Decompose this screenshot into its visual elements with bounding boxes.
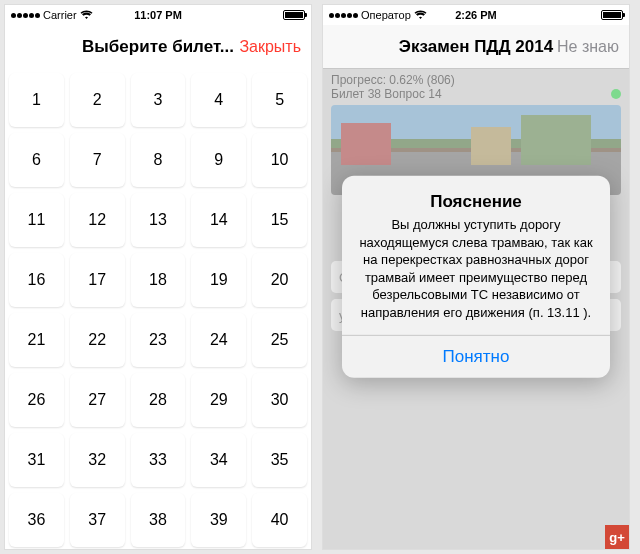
wifi-icon	[80, 10, 93, 20]
ticket-button[interactable]: 23	[131, 313, 186, 367]
ticket-button[interactable]: 13	[131, 193, 186, 247]
ticket-button[interactable]: 25	[252, 313, 307, 367]
ticket-button[interactable]: 1	[9, 73, 64, 127]
ticket-button[interactable]: 15	[252, 193, 307, 247]
status-bar: Carrier 11:07 PM	[5, 5, 311, 25]
ticket-button[interactable]: 10	[252, 133, 307, 187]
ticket-button[interactable]: 21	[9, 313, 64, 367]
battery-icon	[601, 10, 623, 20]
ticket-button[interactable]: 7	[70, 133, 125, 187]
skip-button[interactable]: Не знаю	[557, 38, 619, 56]
alert-ok-button[interactable]: Понятно	[342, 335, 610, 378]
phone-left-screen: Carrier 11:07 PM Выберите билет... Закры…	[4, 4, 312, 550]
ticket-button[interactable]: 38	[131, 493, 186, 547]
explanation-alert: Пояснение Вы должны уступить дорогу нахо…	[342, 176, 610, 378]
ticket-button[interactable]: 14	[191, 193, 246, 247]
ticket-button[interactable]: 28	[131, 373, 186, 427]
alert-title: Пояснение	[342, 176, 610, 216]
ticket-button[interactable]: 33	[131, 433, 186, 487]
clock: 2:26 PM	[455, 9, 497, 21]
status-bar: Оператор 2:26 PM	[323, 5, 629, 25]
signal-icon	[329, 13, 358, 18]
ticket-button[interactable]: 8	[131, 133, 186, 187]
ticket-button[interactable]: 4	[191, 73, 246, 127]
google-plus-icon[interactable]: g+	[605, 525, 629, 549]
ticket-button[interactable]: 32	[70, 433, 125, 487]
ticket-button[interactable]: 39	[191, 493, 246, 547]
ticket-button[interactable]: 31	[9, 433, 64, 487]
ticket-button[interactable]: 22	[70, 313, 125, 367]
ticket-button[interactable]: 11	[9, 193, 64, 247]
ticket-button[interactable]: 3	[131, 73, 186, 127]
carrier-label: Carrier	[43, 9, 77, 21]
ticket-button[interactable]: 26	[9, 373, 64, 427]
ticket-grid: 1234567891011121314151617181920212223242…	[5, 69, 311, 550]
phone-right-screen: Оператор 2:26 PM Экзамен ПДД 2014 Не зна…	[322, 4, 630, 550]
nav-bar: Выберите билет... Закрыть	[5, 25, 311, 69]
signal-icon	[11, 13, 40, 18]
ticket-button[interactable]: 9	[191, 133, 246, 187]
ticket-button[interactable]: 2	[70, 73, 125, 127]
ticket-button[interactable]: 37	[70, 493, 125, 547]
ticket-button[interactable]: 18	[131, 253, 186, 307]
nav-title: Экзамен ПДД 2014	[399, 37, 553, 57]
ticket-button[interactable]: 19	[191, 253, 246, 307]
ticket-button[interactable]: 30	[252, 373, 307, 427]
alert-body: Вы должны уступить дорогу находящемуся с…	[342, 216, 610, 335]
clock: 11:07 PM	[134, 9, 182, 21]
ticket-button[interactable]: 17	[70, 253, 125, 307]
ticket-button[interactable]: 5	[252, 73, 307, 127]
ticket-button[interactable]: 40	[252, 493, 307, 547]
carrier-label: Оператор	[361, 9, 411, 21]
ticket-button[interactable]: 24	[191, 313, 246, 367]
ticket-button[interactable]: 34	[191, 433, 246, 487]
ticket-button[interactable]: 36	[9, 493, 64, 547]
wifi-icon	[414, 10, 427, 20]
ticket-button[interactable]: 20	[252, 253, 307, 307]
ticket-button[interactable]: 16	[9, 253, 64, 307]
ticket-button[interactable]: 35	[252, 433, 307, 487]
ticket-button[interactable]: 29	[191, 373, 246, 427]
ticket-button[interactable]: 27	[70, 373, 125, 427]
battery-icon	[283, 10, 305, 20]
nav-bar: Экзамен ПДД 2014 Не знаю	[323, 25, 629, 69]
ticket-button[interactable]: 12	[70, 193, 125, 247]
ticket-button[interactable]: 6	[9, 133, 64, 187]
close-button[interactable]: Закрыть	[239, 38, 301, 56]
nav-title: Выберите билет...	[82, 37, 234, 57]
